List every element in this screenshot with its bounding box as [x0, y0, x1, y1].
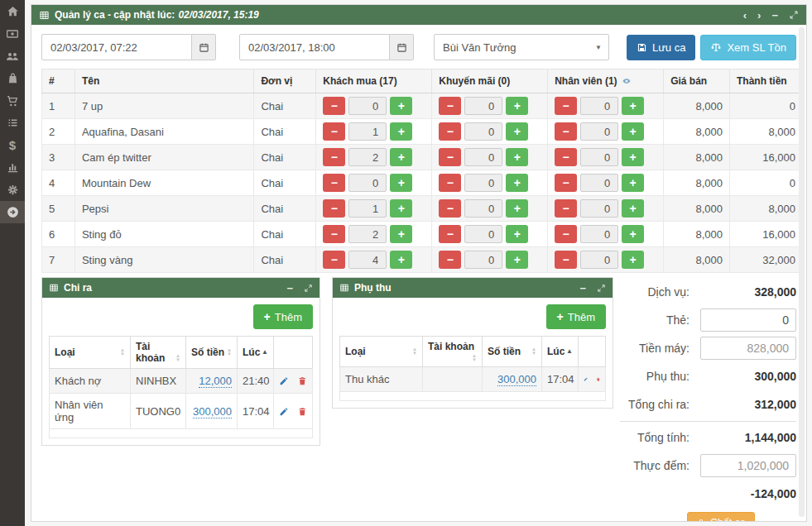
- quantity-input[interactable]: [464, 199, 502, 218]
- delete-icon[interactable]: [297, 375, 308, 386]
- decrement-button[interactable]: −: [323, 174, 345, 192]
- edit-icon[interactable]: [279, 375, 290, 386]
- col-account[interactable]: Tài khoản▲▼: [423, 337, 483, 367]
- quantity-input[interactable]: [348, 251, 387, 269]
- minimize-icon[interactable]: −: [286, 283, 293, 294]
- vertical-scrollbar[interactable]: [799, 27, 805, 517]
- quantity-input[interactable]: [580, 97, 618, 115]
- quantity-input[interactable]: [464, 97, 502, 115]
- quantity-input[interactable]: [580, 251, 618, 269]
- sidebar-item-cart[interactable]: [0, 89, 25, 112]
- card-input[interactable]: [700, 308, 796, 332]
- increment-button[interactable]: +: [390, 97, 412, 115]
- col-amount[interactable]: Số tiền▲▼: [186, 337, 238, 369]
- quantity-input[interactable]: [464, 174, 502, 192]
- add-surcharge-button[interactable]: +Thêm: [546, 304, 606, 329]
- quantity-input[interactable]: [580, 122, 618, 141]
- shift-end-input[interactable]: [239, 34, 390, 60]
- decrement-button[interactable]: −: [555, 251, 577, 269]
- quantity-input[interactable]: [464, 225, 502, 243]
- increment-button[interactable]: +: [622, 148, 644, 166]
- col-time[interactable]: Lúc▲: [238, 337, 274, 369]
- decrement-button[interactable]: −: [323, 97, 345, 115]
- decrement-button[interactable]: −: [439, 97, 461, 115]
- machine-input[interactable]: [700, 337, 796, 360]
- quantity-input[interactable]: [580, 148, 618, 166]
- decrement-button[interactable]: −: [555, 199, 577, 218]
- decrement-button[interactable]: −: [555, 148, 577, 166]
- increment-button[interactable]: +: [622, 199, 644, 218]
- increment-button[interactable]: +: [506, 225, 528, 243]
- add-expense-button[interactable]: +Thêm: [253, 304, 313, 329]
- increment-button[interactable]: +: [506, 199, 528, 218]
- quantity-input[interactable]: [348, 97, 387, 115]
- decrement-button[interactable]: −: [555, 122, 577, 141]
- decrement-button[interactable]: −: [439, 148, 461, 166]
- sidebar-item-shift[interactable]: [0, 201, 25, 223]
- quantity-input[interactable]: [464, 251, 502, 269]
- increment-button[interactable]: +: [390, 148, 412, 166]
- amount-link[interactable]: 300,000: [193, 405, 232, 418]
- decrement-button[interactable]: −: [439, 174, 461, 192]
- quantity-input[interactable]: [580, 225, 618, 243]
- increment-button[interactable]: +: [506, 97, 528, 115]
- sidebar-item-settings[interactable]: [0, 179, 25, 201]
- quantity-input[interactable]: [348, 148, 387, 166]
- sidebar-item-dollar[interactable]: $: [0, 134, 25, 156]
- edit-icon[interactable]: [584, 374, 589, 385]
- shift-end-calendar-button[interactable]: [390, 34, 414, 60]
- col-time[interactable]: Lúc▲: [542, 337, 579, 367]
- increment-button[interactable]: +: [390, 225, 412, 243]
- decrement-button[interactable]: −: [439, 199, 461, 218]
- quantity-input[interactable]: [348, 174, 387, 192]
- expand-icon[interactable]: [597, 284, 606, 293]
- increment-button[interactable]: +: [622, 122, 644, 141]
- delete-icon[interactable]: [297, 406, 308, 417]
- save-shift-button[interactable]: Lưu ca: [627, 35, 696, 60]
- sidebar-item-bag[interactable]: [0, 67, 25, 89]
- decrement-button[interactable]: −: [555, 174, 577, 192]
- decrement-button[interactable]: −: [323, 225, 345, 243]
- quantity-input[interactable]: [348, 225, 387, 243]
- decrement-button[interactable]: −: [323, 148, 345, 166]
- view-stock-button[interactable]: Xem SL Tồn: [700, 35, 796, 60]
- decrement-button[interactable]: −: [555, 97, 577, 115]
- increment-button[interactable]: +: [506, 251, 528, 269]
- increment-button[interactable]: +: [622, 251, 644, 269]
- employee-select[interactable]: Bùi Văn Tưởng ▼: [434, 34, 609, 60]
- increment-button[interactable]: +: [390, 199, 412, 218]
- shift-start-input[interactable]: [41, 34, 192, 60]
- decrement-button[interactable]: −: [323, 199, 345, 218]
- quantity-input[interactable]: [348, 122, 387, 141]
- increment-button[interactable]: +: [390, 251, 412, 269]
- col-type[interactable]: Loại▲▼: [340, 337, 423, 367]
- increment-button[interactable]: +: [506, 148, 528, 166]
- increment-button[interactable]: +: [506, 174, 528, 192]
- chevron-right-icon[interactable]: ›: [757, 10, 761, 21]
- decrement-button[interactable]: −: [323, 251, 345, 269]
- decrement-button[interactable]: −: [439, 225, 461, 243]
- delete-icon[interactable]: [596, 374, 601, 385]
- quantity-input[interactable]: [580, 174, 618, 192]
- edit-icon[interactable]: [279, 406, 290, 417]
- decrement-button[interactable]: −: [439, 122, 461, 141]
- sidebar-item-money[interactable]: [0, 22, 25, 45]
- col-account[interactable]: Tài khoản▲▼: [131, 337, 186, 369]
- quantity-input[interactable]: [464, 122, 502, 141]
- quantity-input[interactable]: [464, 148, 502, 166]
- increment-button[interactable]: +: [390, 174, 412, 192]
- expand-icon[interactable]: [789, 10, 799, 20]
- counted-input[interactable]: [700, 454, 796, 477]
- increment-button[interactable]: +: [390, 122, 412, 141]
- minimize-icon[interactable]: −: [579, 283, 586, 294]
- amount-link[interactable]: 300,000: [497, 373, 536, 386]
- quantity-input[interactable]: [348, 199, 387, 218]
- eye-icon[interactable]: [622, 76, 632, 86]
- chevron-left-icon[interactable]: ‹: [743, 10, 747, 21]
- shift-start-calendar-button[interactable]: [192, 34, 216, 60]
- decrement-button[interactable]: −: [439, 251, 461, 269]
- sidebar-item-home[interactable]: [0, 0, 25, 22]
- increment-button[interactable]: +: [622, 174, 644, 192]
- minimize-icon[interactable]: −: [771, 10, 778, 21]
- increment-button[interactable]: +: [622, 225, 644, 243]
